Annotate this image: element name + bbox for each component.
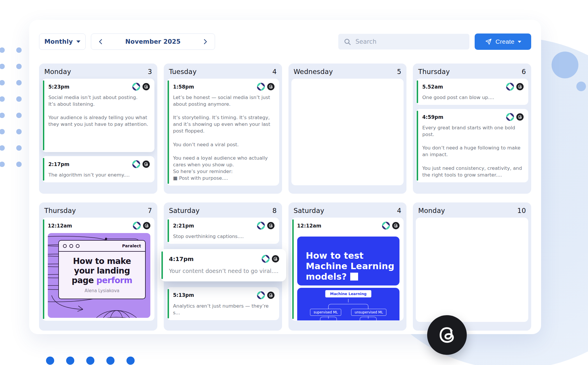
brand-avatar-icon [262, 255, 270, 263]
post-time: 4:17pm [169, 255, 194, 262]
post-channels [132, 83, 150, 91]
post-channels [132, 160, 150, 168]
day-header: Tuesday 4 [167, 64, 279, 79]
day-name: Tuesday [169, 68, 197, 75]
post-image-ml-diagram: Machine Learning supervised ML unsupervi… [297, 288, 400, 320]
pagination-dot [46, 357, 54, 365]
post-channels [506, 83, 524, 91]
post-card[interactable]: 4:59pm Every great brand starts with one… [416, 109, 528, 182]
post-time: 5:13pm [173, 292, 194, 298]
post-image-ml-title: How to test Machine Learning models? [297, 237, 400, 285]
day-number: 4 [272, 68, 277, 75]
day-header: Saturday 4 [291, 202, 404, 218]
empty-day-slot[interactable] [291, 79, 404, 185]
post-card-dragging[interactable]: 4:17pm Your content doesn’t need to go v… [160, 249, 286, 281]
brand-avatar-icon [506, 113, 514, 121]
next-month-button[interactable] [202, 38, 208, 45]
day-number: 10 [517, 207, 526, 214]
brand-avatar-icon [133, 222, 141, 230]
post-text: Let’s be honest — social media isn’t jus… [173, 94, 274, 181]
calendar-grid: Monday 3 5:23pm Social media isn’t just … [39, 64, 531, 331]
brand-avatar-icon [132, 83, 140, 91]
day-number: 8 [272, 207, 277, 214]
threads-icon [436, 324, 458, 346]
search-box[interactable] [338, 34, 469, 50]
post-time: 1:58pm [173, 84, 194, 90]
creative-author: Alena Lysiakova [62, 288, 142, 293]
day-name: Thursday [44, 207, 76, 214]
view-mode-label: Monthly [44, 38, 73, 45]
post-channels [257, 83, 274, 91]
search-icon [344, 38, 351, 46]
day-header: Saturday 8 [167, 202, 279, 218]
calendar-panel: Monthly November 2025 Create Monda [29, 20, 541, 334]
chevron-down-icon [76, 40, 80, 43]
view-mode-select[interactable]: Monthly [39, 33, 86, 50]
day-header: Monday 10 [416, 202, 528, 218]
pagination-dot [106, 357, 115, 365]
brand-avatar-icon [506, 83, 514, 91]
day-number: 7 [148, 207, 152, 214]
post-channels [262, 255, 279, 263]
day-name: Monday [44, 68, 71, 75]
threads-icon [267, 222, 274, 229]
browser-titlebar: Paralect [59, 241, 145, 252]
paper-plane-icon [485, 38, 492, 45]
day-number: 6 [522, 68, 526, 75]
threads-icon [142, 161, 150, 168]
creative-title: How to make your landing page perform [62, 256, 142, 285]
day-number: 3 [148, 68, 152, 75]
pagination-dot [66, 357, 74, 365]
threads-icon [267, 83, 274, 90]
create-button[interactable]: Create [475, 33, 531, 50]
day-number: 5 [397, 68, 401, 75]
post-card[interactable]: 5.52am One good post can blow up.... [416, 79, 528, 105]
window-dot-icon [69, 244, 73, 248]
threads-icon [142, 83, 150, 90]
creative-title-accent: perform [96, 276, 132, 285]
threads-icon [516, 83, 524, 90]
post-card[interactable]: 5:23pm Social media isn’t just about pos… [42, 79, 154, 152]
day-column-wednesday-5: Wednesday 5 [288, 64, 407, 194]
window-dot-icon [63, 244, 67, 248]
background-circle-small [576, 82, 586, 91]
diagram-node: unsupervised ML [351, 309, 386, 316]
post-channels [382, 222, 399, 230]
pagination-dots [46, 357, 135, 365]
post-card[interactable]: 12:12am How to test Machine Learning mod… [291, 218, 404, 321]
diagram-root-node: Machine Learning [325, 290, 371, 297]
threads-icon [272, 255, 279, 262]
brand-avatar-icon [257, 222, 265, 230]
empty-day-slot[interactable] [416, 218, 528, 322]
browser-window-mockup: Paralect How to make your landing page p… [58, 240, 146, 299]
post-text: Your content doesn’t need to go viral...… [169, 267, 279, 275]
create-button-label: Create [496, 38, 515, 45]
day-header: Wednesday 5 [291, 64, 404, 79]
prev-month-button[interactable] [98, 38, 104, 45]
diagram-leaf-row: supervised ML unsupervised ML [297, 309, 400, 316]
post-card[interactable]: 1:58pm Let’s be honest — social media is… [167, 79, 279, 186]
post-time: 5:23pm [48, 84, 69, 90]
day-header: Thursday 7 [42, 202, 154, 218]
post-channels [506, 113, 524, 121]
creative-brand-label: Paralect [122, 244, 141, 248]
threads-icon [267, 292, 274, 299]
day-name: Saturday [294, 207, 324, 214]
day-column-thursday-6: Thursday 6 5.52am One good post can blow… [413, 64, 531, 194]
missing-emoji-box [350, 273, 358, 281]
post-card[interactable]: 2:21pm Stop overthinking captions.... [167, 218, 279, 244]
post-card[interactable]: 2:17pm The algorithm isn’t your enemy...… [42, 156, 154, 182]
toolbar: Monthly November 2025 Create [39, 33, 531, 50]
post-card[interactable]: 5:13pm Analytics aren’t just numbers — t… [167, 287, 279, 320]
post-time: 12:12am [297, 223, 321, 229]
pagination-dot [126, 357, 135, 365]
search-input[interactable] [355, 38, 464, 45]
day-name: Thursday [418, 68, 450, 75]
brand-avatar-icon [257, 83, 265, 91]
post-text: The algorithm isn’t your enemy.... [48, 172, 150, 178]
post-text: One good post can blow up.... [422, 94, 524, 101]
day-name: Wednesday [294, 68, 333, 75]
post-card[interactable]: 12:12am [42, 218, 154, 321]
pagination-dot [86, 357, 94, 365]
threads-icon [392, 222, 399, 229]
